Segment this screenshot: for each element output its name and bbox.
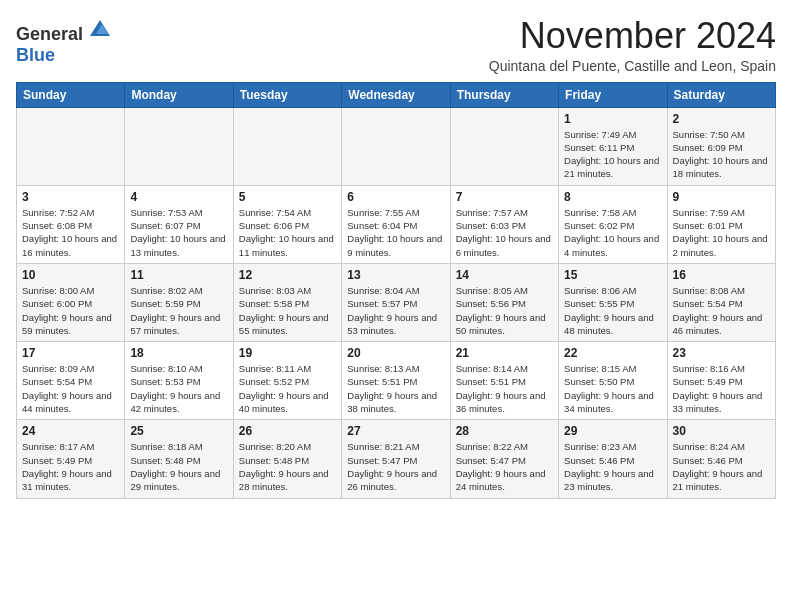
day-info: Sunrise: 8:11 AMSunset: 5:52 PMDaylight:… [239,362,336,415]
day-number: 6 [347,190,444,204]
subtitle: Quintana del Puente, Castille and Leon, … [489,58,776,74]
calendar-day-cell: 14Sunrise: 8:05 AMSunset: 5:56 PMDayligh… [450,263,558,341]
calendar-day-cell: 2Sunrise: 7:50 AMSunset: 6:09 PMDaylight… [667,107,775,185]
day-number: 12 [239,268,336,282]
day-number: 3 [22,190,119,204]
calendar-day-cell: 13Sunrise: 8:04 AMSunset: 5:57 PMDayligh… [342,263,450,341]
calendar-day-cell: 23Sunrise: 8:16 AMSunset: 5:49 PMDayligh… [667,342,775,420]
weekday-header: Thursday [450,82,558,107]
day-number: 23 [673,346,770,360]
day-info: Sunrise: 7:50 AMSunset: 6:09 PMDaylight:… [673,128,770,181]
day-number: 24 [22,424,119,438]
day-info: Sunrise: 8:15 AMSunset: 5:50 PMDaylight:… [564,362,661,415]
day-number: 7 [456,190,553,204]
weekday-header: Tuesday [233,82,341,107]
calendar-day-cell: 20Sunrise: 8:13 AMSunset: 5:51 PMDayligh… [342,342,450,420]
day-number: 10 [22,268,119,282]
day-info: Sunrise: 8:13 AMSunset: 5:51 PMDaylight:… [347,362,444,415]
day-number: 18 [130,346,227,360]
calendar-day-cell: 27Sunrise: 8:21 AMSunset: 5:47 PMDayligh… [342,420,450,498]
calendar-day-cell: 3Sunrise: 7:52 AMSunset: 6:08 PMDaylight… [17,185,125,263]
day-info: Sunrise: 8:10 AMSunset: 5:53 PMDaylight:… [130,362,227,415]
day-info: Sunrise: 7:59 AMSunset: 6:01 PMDaylight:… [673,206,770,259]
day-number: 19 [239,346,336,360]
day-info: Sunrise: 8:23 AMSunset: 5:46 PMDaylight:… [564,440,661,493]
title-area: November 2024 Quintana del Puente, Casti… [489,16,776,74]
day-info: Sunrise: 8:20 AMSunset: 5:48 PMDaylight:… [239,440,336,493]
calendar-day-cell: 8Sunrise: 7:58 AMSunset: 6:02 PMDaylight… [559,185,667,263]
day-info: Sunrise: 7:55 AMSunset: 6:04 PMDaylight:… [347,206,444,259]
calendar-day-cell: 11Sunrise: 8:02 AMSunset: 5:59 PMDayligh… [125,263,233,341]
calendar-week-row: 10Sunrise: 8:00 AMSunset: 6:00 PMDayligh… [17,263,776,341]
calendar-day-cell [233,107,341,185]
day-number: 2 [673,112,770,126]
logo-general: General [16,24,83,44]
day-info: Sunrise: 8:21 AMSunset: 5:47 PMDaylight:… [347,440,444,493]
day-info: Sunrise: 8:06 AMSunset: 5:55 PMDaylight:… [564,284,661,337]
logo-blue: Blue [16,45,55,65]
weekday-header: Wednesday [342,82,450,107]
calendar: SundayMondayTuesdayWednesdayThursdayFrid… [16,82,776,499]
day-number: 15 [564,268,661,282]
calendar-day-cell: 9Sunrise: 7:59 AMSunset: 6:01 PMDaylight… [667,185,775,263]
calendar-day-cell: 7Sunrise: 7:57 AMSunset: 6:03 PMDaylight… [450,185,558,263]
day-number: 17 [22,346,119,360]
day-info: Sunrise: 8:14 AMSunset: 5:51 PMDaylight:… [456,362,553,415]
day-info: Sunrise: 8:00 AMSunset: 6:00 PMDaylight:… [22,284,119,337]
logo-icon [88,16,112,40]
day-number: 5 [239,190,336,204]
weekday-header: Saturday [667,82,775,107]
main-title: November 2024 [489,16,776,56]
day-info: Sunrise: 7:57 AMSunset: 6:03 PMDaylight:… [456,206,553,259]
calendar-day-cell: 16Sunrise: 8:08 AMSunset: 5:54 PMDayligh… [667,263,775,341]
day-number: 9 [673,190,770,204]
calendar-day-cell: 12Sunrise: 8:03 AMSunset: 5:58 PMDayligh… [233,263,341,341]
calendar-day-cell: 29Sunrise: 8:23 AMSunset: 5:46 PMDayligh… [559,420,667,498]
weekday-header: Friday [559,82,667,107]
calendar-day-cell: 30Sunrise: 8:24 AMSunset: 5:46 PMDayligh… [667,420,775,498]
calendar-day-cell [125,107,233,185]
calendar-day-cell: 10Sunrise: 8:00 AMSunset: 6:00 PMDayligh… [17,263,125,341]
day-info: Sunrise: 7:52 AMSunset: 6:08 PMDaylight:… [22,206,119,259]
day-number: 26 [239,424,336,438]
calendar-day-cell: 26Sunrise: 8:20 AMSunset: 5:48 PMDayligh… [233,420,341,498]
calendar-day-cell: 4Sunrise: 7:53 AMSunset: 6:07 PMDaylight… [125,185,233,263]
calendar-day-cell: 22Sunrise: 8:15 AMSunset: 5:50 PMDayligh… [559,342,667,420]
day-number: 30 [673,424,770,438]
calendar-day-cell: 19Sunrise: 8:11 AMSunset: 5:52 PMDayligh… [233,342,341,420]
calendar-day-cell: 5Sunrise: 7:54 AMSunset: 6:06 PMDaylight… [233,185,341,263]
calendar-week-row: 3Sunrise: 7:52 AMSunset: 6:08 PMDaylight… [17,185,776,263]
day-number: 4 [130,190,227,204]
day-info: Sunrise: 8:04 AMSunset: 5:57 PMDaylight:… [347,284,444,337]
day-info: Sunrise: 7:49 AMSunset: 6:11 PMDaylight:… [564,128,661,181]
day-info: Sunrise: 8:09 AMSunset: 5:54 PMDaylight:… [22,362,119,415]
day-number: 11 [130,268,227,282]
calendar-body: 1Sunrise: 7:49 AMSunset: 6:11 PMDaylight… [17,107,776,498]
calendar-day-cell: 21Sunrise: 8:14 AMSunset: 5:51 PMDayligh… [450,342,558,420]
day-number: 21 [456,346,553,360]
day-number: 29 [564,424,661,438]
calendar-day-cell: 28Sunrise: 8:22 AMSunset: 5:47 PMDayligh… [450,420,558,498]
day-info: Sunrise: 8:08 AMSunset: 5:54 PMDaylight:… [673,284,770,337]
day-info: Sunrise: 8:05 AMSunset: 5:56 PMDaylight:… [456,284,553,337]
calendar-week-row: 17Sunrise: 8:09 AMSunset: 5:54 PMDayligh… [17,342,776,420]
day-info: Sunrise: 7:58 AMSunset: 6:02 PMDaylight:… [564,206,661,259]
day-info: Sunrise: 8:24 AMSunset: 5:46 PMDaylight:… [673,440,770,493]
day-info: Sunrise: 7:54 AMSunset: 6:06 PMDaylight:… [239,206,336,259]
day-number: 20 [347,346,444,360]
day-number: 8 [564,190,661,204]
calendar-day-cell: 1Sunrise: 7:49 AMSunset: 6:11 PMDaylight… [559,107,667,185]
day-info: Sunrise: 7:53 AMSunset: 6:07 PMDaylight:… [130,206,227,259]
day-number: 22 [564,346,661,360]
day-number: 16 [673,268,770,282]
weekday-row: SundayMondayTuesdayWednesdayThursdayFrid… [17,82,776,107]
day-number: 27 [347,424,444,438]
day-info: Sunrise: 8:22 AMSunset: 5:47 PMDaylight:… [456,440,553,493]
calendar-day-cell [342,107,450,185]
calendar-day-cell [17,107,125,185]
calendar-day-cell: 17Sunrise: 8:09 AMSunset: 5:54 PMDayligh… [17,342,125,420]
weekday-header: Sunday [17,82,125,107]
calendar-week-row: 1Sunrise: 7:49 AMSunset: 6:11 PMDaylight… [17,107,776,185]
calendar-week-row: 24Sunrise: 8:17 AMSunset: 5:49 PMDayligh… [17,420,776,498]
calendar-day-cell: 18Sunrise: 8:10 AMSunset: 5:53 PMDayligh… [125,342,233,420]
